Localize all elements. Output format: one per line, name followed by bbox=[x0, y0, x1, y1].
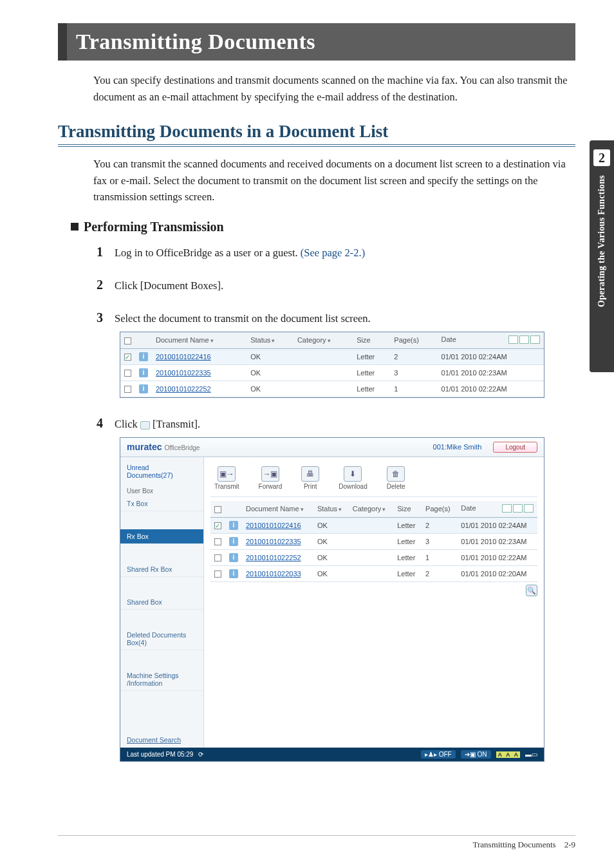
text-size-buttons[interactable]: AAA bbox=[496, 751, 521, 758]
transmit-button[interactable]: ▣→Transmit bbox=[214, 466, 239, 490]
col-date[interactable]: Date bbox=[457, 501, 537, 518]
step-1: 1 Log in to OfficeBridge as a user or a … bbox=[97, 245, 575, 259]
cell-date: 01/01 2010 02:23AM bbox=[438, 364, 544, 381]
col-status[interactable]: Status▾ bbox=[313, 501, 349, 518]
table-row[interactable]: i20100101022335OKLetter301/01 2010 02:23… bbox=[120, 364, 544, 381]
cell-pages: 2 bbox=[390, 348, 437, 364]
document-link[interactable]: 20100101022335 bbox=[246, 538, 301, 545]
document-link[interactable]: 20100101022416 bbox=[156, 353, 211, 361]
cell-pages: 2 bbox=[422, 517, 457, 533]
sidebar-item[interactable]: Shared Rx Box bbox=[120, 562, 203, 577]
table-row[interactable]: i20100101022033OKLetter201/01 2010 02:20… bbox=[210, 565, 537, 581]
step-2-text: Click [Document Boxes]. bbox=[115, 279, 223, 292]
chapter-number: 2 bbox=[593, 149, 610, 166]
status-on[interactable]: ➔▣ ON bbox=[461, 750, 491, 759]
col-size[interactable]: Size bbox=[353, 332, 390, 349]
zoom-button[interactable]: 🔍 bbox=[526, 585, 537, 596]
info-icon[interactable]: i bbox=[139, 368, 148, 377]
transmit-icon: ▣→ bbox=[218, 466, 236, 482]
col-document-name[interactable]: Document Name▾ bbox=[242, 501, 313, 518]
document-link[interactable]: 20100101022252 bbox=[156, 385, 211, 393]
cell-date: 01/01 2010 02:22AM bbox=[457, 549, 537, 565]
info-icon[interactable]: i bbox=[139, 352, 148, 361]
row-checkbox[interactable] bbox=[124, 354, 131, 361]
cell-size: Letter bbox=[353, 364, 390, 381]
table-row[interactable]: i20100101022416OKLetter201/01 2010 02:24… bbox=[120, 348, 544, 364]
sidebar-item[interactable]: Deleted Documents Box(4) bbox=[120, 628, 203, 650]
table-row[interactable]: i20100101022416OKLetter201/01 2010 02:24… bbox=[210, 517, 537, 533]
col-size[interactable]: Size bbox=[393, 501, 422, 518]
document-link[interactable]: 20100101022252 bbox=[246, 554, 301, 561]
cell-pages: 2 bbox=[422, 565, 457, 581]
row-checkbox[interactable] bbox=[214, 571, 221, 578]
current-user[interactable]: 001:Mike Smith bbox=[433, 443, 482, 451]
ob-sidebar: Unread Documents(27) User Box Tx BoxRx B… bbox=[120, 457, 204, 748]
table-row[interactable]: i20100101022252OKLetter101/01 2010 02:22… bbox=[120, 381, 544, 397]
square-bullet-icon bbox=[71, 223, 79, 231]
info-icon[interactable]: i bbox=[139, 384, 148, 393]
table-row[interactable]: i20100101022335OKLetter301/01 2010 02:23… bbox=[210, 533, 537, 549]
row-checkbox[interactable] bbox=[214, 554, 221, 561]
delete-icon: 🗑 bbox=[387, 466, 405, 482]
cell-status: OK bbox=[313, 565, 349, 581]
col-pages[interactable]: Page(s) bbox=[422, 501, 457, 518]
row-checkbox[interactable] bbox=[124, 370, 131, 377]
transmit-icon bbox=[140, 421, 150, 429]
col-category[interactable]: Category▾ bbox=[293, 332, 353, 349]
cell-date: 01/01 2010 02:22AM bbox=[438, 381, 544, 397]
row-checkbox[interactable] bbox=[124, 386, 131, 393]
cell-status: OK bbox=[313, 517, 349, 533]
cell-category bbox=[349, 533, 394, 549]
col-document-name[interactable]: Document Name▾ bbox=[152, 332, 247, 349]
download-button[interactable]: ⬇Download bbox=[339, 466, 367, 490]
view-mode-buttons[interactable] bbox=[501, 504, 534, 514]
section-heading: Transmitting Documents in a Document Lis… bbox=[58, 122, 575, 147]
info-icon[interactable]: i bbox=[229, 537, 238, 546]
cell-size: Letter bbox=[353, 348, 390, 364]
col-date[interactable]: Date bbox=[438, 332, 544, 349]
forward-button[interactable]: →▣Forward bbox=[259, 466, 283, 490]
table-row[interactable]: i20100101022252OKLetter101/01 2010 02:22… bbox=[210, 549, 537, 565]
cell-pages: 1 bbox=[422, 549, 457, 565]
refresh-icon[interactable]: ⟳ bbox=[198, 751, 203, 758]
tool-label: Delete bbox=[387, 483, 405, 490]
print-icon: 🖶 bbox=[301, 466, 319, 482]
cell-date: 01/01 2010 02:24AM bbox=[457, 517, 537, 533]
info-icon[interactable]: i bbox=[229, 521, 238, 530]
row-checkbox[interactable] bbox=[214, 522, 221, 529]
document-link[interactable]: 20100101022335 bbox=[156, 369, 211, 377]
select-all-checkbox[interactable] bbox=[124, 337, 131, 344]
step-1-link[interactable]: (See page 2-2.) bbox=[301, 247, 365, 259]
cell-status: OK bbox=[247, 348, 293, 364]
sidebar-item[interactable]: Machine Settings /Information bbox=[120, 668, 203, 691]
last-updated: Last updated PM 05:29 bbox=[127, 751, 193, 758]
page-footer: Transmitting Documents 2-9 bbox=[58, 835, 575, 850]
col-status[interactable]: Status▾ bbox=[247, 332, 293, 349]
col-pages[interactable]: Page(s) bbox=[390, 332, 437, 349]
document-link[interactable]: 20100101022416 bbox=[246, 522, 301, 529]
delete-button[interactable]: 🗑Delete bbox=[387, 466, 405, 490]
document-search-link[interactable]: Document Search bbox=[120, 736, 203, 744]
step-number: 2 bbox=[97, 278, 112, 292]
view-mode-buttons[interactable] bbox=[507, 335, 540, 345]
info-icon[interactable]: i bbox=[229, 569, 238, 578]
logout-button[interactable]: Logout bbox=[493, 442, 537, 453]
volume-icon[interactable]: ▬▭ bbox=[525, 751, 537, 758]
col-category[interactable]: Category▾ bbox=[349, 501, 394, 518]
brand-logo: muratecOfficeBridge bbox=[127, 442, 200, 452]
info-icon[interactable]: i bbox=[229, 553, 238, 562]
chapter-title: Transmitting Documents bbox=[76, 30, 563, 54]
document-link[interactable]: 20100101022033 bbox=[246, 570, 301, 578]
select-all-checkbox[interactable] bbox=[214, 506, 221, 513]
sidebar-item[interactable]: Shared Box bbox=[120, 595, 203, 610]
unread-documents-link[interactable]: Unread Documents(27) bbox=[120, 464, 203, 483]
row-checkbox[interactable] bbox=[214, 538, 221, 545]
cell-pages: 3 bbox=[390, 364, 437, 381]
print-button[interactable]: 🖶Print bbox=[301, 466, 319, 490]
step-number: 3 bbox=[97, 310, 112, 325]
sidebar-item[interactable]: Rx Box bbox=[120, 529, 203, 544]
ob-header: muratecOfficeBridge 001:Mike Smith Logou… bbox=[120, 438, 544, 457]
cell-date: 01/01 2010 02:20AM bbox=[457, 565, 537, 581]
sidebar-item[interactable]: Tx Box bbox=[120, 496, 203, 511]
status-off[interactable]: ▸♟▸ OFF bbox=[421, 750, 456, 759]
